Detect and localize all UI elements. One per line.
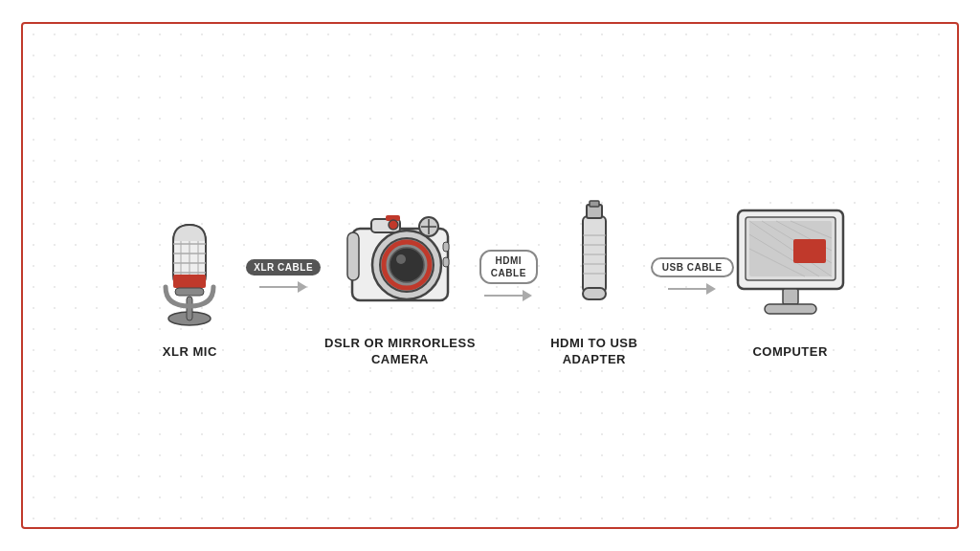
- svg-rect-45: [793, 239, 826, 263]
- usb-cable-connector: USB CABLE: [651, 257, 734, 295]
- usb-arrow: [668, 283, 716, 295]
- xlr-arrow: [259, 281, 307, 293]
- svg-rect-26: [443, 257, 449, 267]
- adapter-icon: [542, 183, 647, 326]
- adapter-label: HDMI TO USB ADAPTER: [550, 336, 637, 368]
- svg-point-24: [389, 220, 398, 230]
- xlr-mic-item: XLR MIC: [137, 191, 242, 361]
- hdmi-cable-connector: HDMICABLE: [479, 250, 538, 301]
- computer-label: COMPUTER: [752, 344, 827, 361]
- camera-icon: [347, 183, 453, 326]
- svg-rect-35: [583, 288, 606, 299]
- svg-rect-34: [590, 201, 599, 207]
- hdmi-arrow: [484, 290, 532, 301]
- svg-rect-46: [783, 289, 798, 304]
- xlr-cable-label: XLR CABLE: [246, 259, 321, 276]
- computer-icon: [738, 191, 843, 335]
- svg-point-19: [390, 248, 424, 282]
- computer-item: COMPUTER: [738, 191, 843, 361]
- camera-label: DSLR OR MIRRORLESS CAMERA: [324, 336, 476, 368]
- diagram-container: XLR MIC XLR CABLE: [21, 22, 959, 529]
- svg-point-20: [396, 254, 406, 264]
- xlr-mic-icon: [137, 191, 242, 335]
- svg-rect-25: [443, 242, 449, 252]
- svg-rect-47: [765, 304, 816, 314]
- hdmi-cable-label: HDMICABLE: [479, 250, 538, 284]
- svg-rect-10: [173, 275, 206, 288]
- adapter-item: HDMI TO USB ADAPTER: [542, 183, 647, 368]
- usb-cable-label: USB CABLE: [651, 257, 734, 277]
- svg-rect-11: [175, 288, 204, 296]
- xlr-mic-label: XLR MIC: [163, 344, 217, 361]
- flow-diagram: XLR MIC XLR CABLE: [137, 183, 842, 368]
- svg-rect-15: [347, 232, 359, 280]
- camera-item: DSLR OR MIRRORLESS CAMERA: [324, 183, 476, 368]
- xlr-cable-connector: XLR CABLE: [246, 259, 321, 293]
